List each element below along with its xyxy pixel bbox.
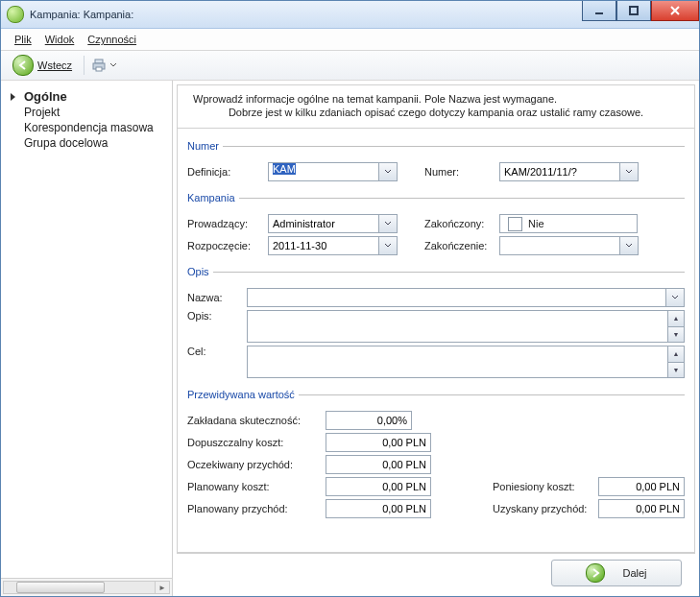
toolbar-separator xyxy=(84,56,84,75)
start-date[interactable] xyxy=(268,236,398,255)
goal-textarea[interactable] xyxy=(247,346,668,378)
sidebar-item-label: Projekt xyxy=(24,106,60,119)
allow-cost-label: Dopuszczalny koszt: xyxy=(187,437,326,448)
owner-label: Prowadzący: xyxy=(187,218,268,229)
main: Wprowadź informacje ogólne na temat kamp… xyxy=(173,81,699,596)
desc-spinner[interactable]: ▲▼ xyxy=(668,310,685,343)
svg-rect-2 xyxy=(95,60,103,63)
spin-down-icon[interactable]: ▼ xyxy=(668,327,684,343)
next-button[interactable]: Dalej xyxy=(551,560,682,586)
menu-actions[interactable]: Czynności xyxy=(82,32,142,47)
goal-label: Cel: xyxy=(187,346,247,357)
sidebar-item-project[interactable]: Projekt xyxy=(11,105,172,120)
eff-input[interactable] xyxy=(326,411,412,430)
owner-combo[interactable] xyxy=(268,214,398,233)
group-value-legend: Przewidywana wartość xyxy=(187,389,299,400)
number-combo[interactable] xyxy=(499,162,639,181)
menu-view[interactable]: Widok xyxy=(39,32,81,47)
scroll-thumb[interactable] xyxy=(16,582,105,593)
real-cost-input[interactable] xyxy=(598,477,685,496)
chevron-down-icon[interactable] xyxy=(620,236,639,255)
real-cost-label: Poniesiony koszt: xyxy=(493,481,598,492)
form: Numer Definicja: KAM Numer: xyxy=(177,128,695,553)
arrow-right-icon xyxy=(586,563,605,583)
allow-cost-input[interactable] xyxy=(326,433,431,452)
eff-label: Zakładana skuteczność: xyxy=(187,415,326,426)
hint-panel: Wprowadź informacje ogólne na temat kamp… xyxy=(177,84,695,128)
group-kampania-legend: Kampania xyxy=(187,192,239,203)
next-label: Dalej xyxy=(622,567,646,579)
group-kampania: Kampania Prowadzący: Zakończony: Ni xyxy=(187,192,685,260)
print-button[interactable] xyxy=(92,59,117,72)
definition-label: Definicja: xyxy=(187,166,268,178)
sidebar-item-general[interactable]: Ogólne xyxy=(11,88,172,105)
finished-field[interactable]: Nie xyxy=(499,214,638,233)
definition-value: KAM xyxy=(273,163,296,175)
chevron-down-icon[interactable] xyxy=(379,214,398,233)
plan-rev-label: Planowany przychód: xyxy=(187,503,326,514)
group-opis: Opis Nazwa: Opis: ▲▼ xyxy=(187,266,685,383)
maximize-button[interactable] xyxy=(616,1,651,21)
back-icon xyxy=(12,55,34,76)
sidebar-item-label: Ogólne xyxy=(24,89,67,104)
finished-checkbox[interactable] xyxy=(508,217,522,231)
plan-cost-label: Planowany koszt: xyxy=(187,481,326,492)
finished-text: Nie xyxy=(528,218,544,229)
exp-rev-label: Oczekiwany przychód: xyxy=(187,459,326,470)
chevron-down-icon[interactable] xyxy=(666,288,685,307)
end-date[interactable] xyxy=(499,236,639,255)
hint-line1: Wprowadź informacje ogólne na temat kamp… xyxy=(193,93,557,105)
chevron-down-icon[interactable] xyxy=(379,162,398,181)
sidebar-item-label: Korespondencja masowa xyxy=(24,121,154,134)
sidebar-hscrollbar[interactable]: ◄ ► xyxy=(1,578,172,596)
back-label: Wstecz xyxy=(37,60,72,71)
goal-spinner[interactable]: ▲▼ xyxy=(668,346,685,378)
close-button[interactable] xyxy=(651,1,699,21)
group-value: Przewidywana wartość Zakładana skuteczno… xyxy=(187,389,685,523)
app-icon xyxy=(7,6,24,23)
group-numer: Numer Definicja: KAM Numer: xyxy=(187,140,685,186)
plan-cost-input[interactable] xyxy=(326,477,431,496)
end-label: Zakończenie: xyxy=(424,240,499,251)
svg-rect-1 xyxy=(630,7,638,14)
real-rev-input[interactable] xyxy=(598,499,685,518)
end-value[interactable] xyxy=(499,236,620,255)
spin-up-icon[interactable]: ▲ xyxy=(668,311,684,327)
definition-combo[interactable]: KAM xyxy=(268,162,398,181)
scroll-right-icon[interactable]: ► xyxy=(155,581,170,594)
back-button[interactable]: Wstecz xyxy=(9,53,76,78)
group-numer-legend: Numer xyxy=(187,140,223,152)
menu-file-label: Plik xyxy=(14,34,32,45)
spin-down-icon[interactable]: ▼ xyxy=(668,363,684,378)
chevron-down-icon[interactable] xyxy=(620,162,639,181)
name-combo[interactable] xyxy=(247,288,685,307)
chevron-down-icon[interactable] xyxy=(379,236,398,255)
name-input[interactable] xyxy=(247,288,666,307)
menu-file[interactable]: Plik xyxy=(9,32,37,47)
group-opis-legend: Opis xyxy=(187,266,213,277)
chevron-down-icon xyxy=(109,62,117,68)
body: Ogólne Projekt Korespondencja masowa Gru… xyxy=(1,81,699,596)
sidebar: Ogólne Projekt Korespondencja masowa Gru… xyxy=(1,81,173,596)
name-label: Nazwa: xyxy=(187,292,247,303)
sidebar-items: Ogólne Projekt Korespondencja masowa Gru… xyxy=(1,88,172,578)
owner-value[interactable] xyxy=(268,214,379,233)
desc-label: Opis: xyxy=(187,310,247,322)
sidebar-item-mailing[interactable]: Korespondencja masowa xyxy=(11,120,172,135)
start-value[interactable] xyxy=(268,236,379,255)
menu-actions-label: Czynności xyxy=(87,34,136,45)
spin-up-icon[interactable]: ▲ xyxy=(668,346,684,363)
svg-rect-4 xyxy=(96,67,102,71)
desc-textarea[interactable] xyxy=(247,310,668,343)
number-value[interactable] xyxy=(499,162,620,181)
minimize-button[interactable] xyxy=(582,1,616,21)
sidebar-item-target-group[interactable]: Grupa docelowa xyxy=(11,135,172,151)
print-icon xyxy=(92,59,108,72)
exp-rev-input[interactable] xyxy=(326,455,431,474)
footer: Dalej xyxy=(177,553,695,592)
app-window: Kampania: Kampania: Plik Widok Czynności… xyxy=(0,0,700,597)
start-label: Rozpoczęcie: xyxy=(187,240,268,251)
finished-label: Zakończony: xyxy=(424,218,499,229)
sidebar-item-label: Grupa docelowa xyxy=(24,136,108,150)
plan-rev-input[interactable] xyxy=(326,499,431,518)
